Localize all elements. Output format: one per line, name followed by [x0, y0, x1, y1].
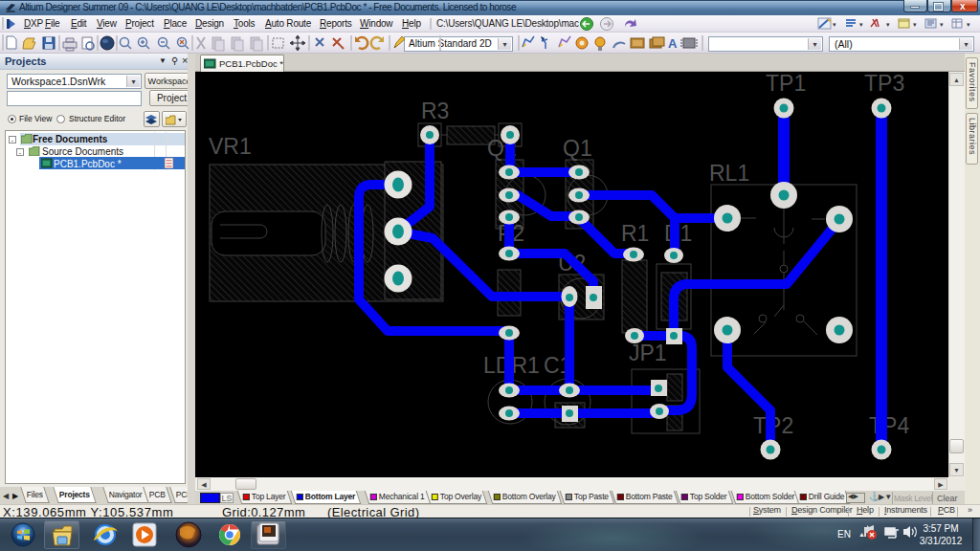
svg-text:▾: ▾	[833, 21, 836, 28]
svg-text:JP1: JP1	[629, 341, 667, 365]
svg-text:▾: ▾	[886, 21, 890, 28]
svg-text:TP1: TP1	[766, 72, 806, 96]
svg-text:TP4: TP4	[869, 413, 909, 438]
svg-text:VR1: VR1	[209, 134, 252, 159]
svg-text:R1: R1	[621, 221, 649, 246]
svg-text:RL1: RL1	[709, 161, 749, 186]
svg-text:▾: ▾	[859, 21, 863, 28]
svg-text:▾: ▾	[940, 21, 944, 28]
svg-text:A: A	[668, 36, 678, 51]
svg-text:▾: ▾	[913, 21, 917, 28]
svg-text:R3: R3	[421, 99, 449, 123]
svg-text:TP3: TP3	[864, 72, 904, 96]
svg-text:Q1: Q1	[563, 136, 592, 161]
svg-text:▾: ▾	[967, 21, 970, 28]
